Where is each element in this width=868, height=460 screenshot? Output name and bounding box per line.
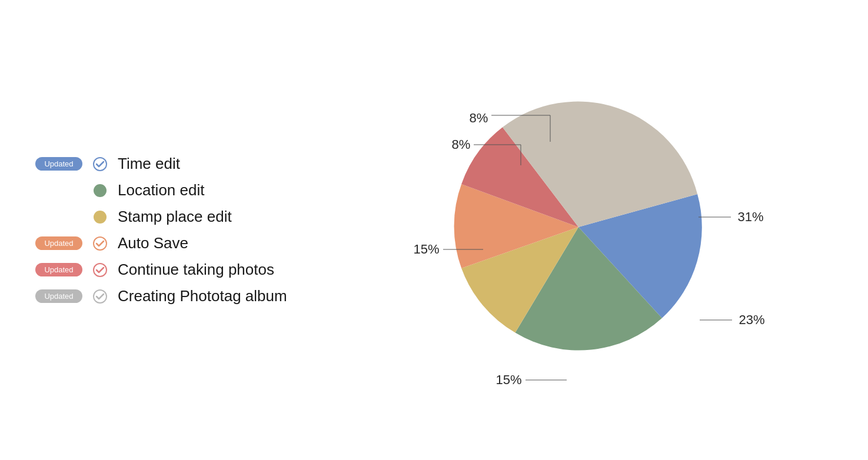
svg-point-0 (94, 158, 107, 171)
dot-icon-yellow (92, 209, 108, 225)
dot-icon-green (92, 182, 108, 199)
label-8-top-container: 8% (470, 106, 557, 130)
legend-item-stamp-place-edit: Stamp place edit (35, 208, 341, 226)
label-8-top: 8% (470, 111, 488, 126)
label-31-container: 31% (699, 209, 763, 225)
legend-label-location-edit: Location edit (118, 181, 204, 199)
label-23-container: 23% (700, 312, 764, 328)
legend-item-location-edit: Location edit (35, 181, 341, 199)
legend-label-continue-photos: Continue taking photos (118, 261, 274, 279)
svg-point-2 (94, 264, 107, 276)
legend-label-phototag-album: Creating Phototag album (118, 287, 287, 305)
label-23: 23% (739, 312, 764, 328)
label-8-upper-container: 8% (452, 136, 527, 154)
badge-phototag-album: Updated (35, 289, 82, 303)
check-icon-orange (92, 235, 108, 252)
svg-point-3 (94, 290, 107, 303)
label-15-bottom: 15% (496, 372, 522, 388)
legend-label-time-edit: Time edit (118, 155, 180, 173)
check-icon-red (92, 262, 108, 278)
badge-auto-save: Updated (35, 236, 82, 250)
pie-chart-wrapper: 31% 23% 15% 15% 8% (405, 59, 770, 401)
legend-item-time-edit: Updated Time edit (35, 155, 341, 173)
check-icon-gray (92, 288, 108, 305)
label-15-bottom-container: 15% (496, 371, 573, 389)
legend: Updated Time edit Location edit Stamp pl… (35, 155, 341, 305)
chart-area: 31% 23% 15% 15% 8% (341, 59, 833, 401)
label-8-upper: 8% (452, 137, 471, 152)
label-31: 31% (737, 209, 763, 225)
legend-item-continue-photos: Updated Continue taking photos (35, 261, 341, 279)
legend-label-auto-save: Auto Save (118, 234, 188, 252)
main-container: Updated Time edit Location edit Stamp pl… (0, 36, 868, 424)
badge-continue-photos: Updated (35, 263, 82, 276)
svg-point-1 (94, 237, 107, 250)
check-icon-blue (92, 156, 108, 172)
label-15-left: 15% (414, 242, 440, 257)
legend-label-stamp-place-edit: Stamp place edit (118, 208, 232, 226)
legend-item-auto-save: Updated Auto Save (35, 234, 341, 252)
label-15-left-container: 15% (414, 242, 487, 257)
legend-item-phototag-album: Updated Creating Phototag album (35, 287, 341, 305)
badge-time-edit: Updated (35, 157, 82, 171)
